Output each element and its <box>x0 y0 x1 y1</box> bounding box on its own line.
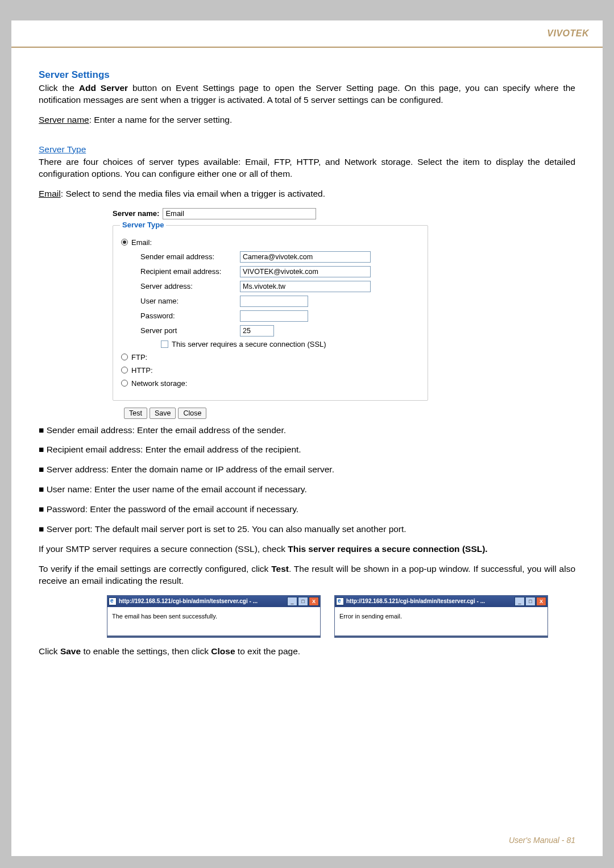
radio-ftp-row[interactable]: FTP: <box>121 353 420 362</box>
sender-input[interactable] <box>240 251 371 263</box>
save-note: Click Save to enable the settings, then … <box>39 646 575 658</box>
popup-success-title: http://192.168.5.121/cgi-bin/admin/tests… <box>119 598 285 604</box>
server-addr-label: Server address: <box>140 282 240 290</box>
radio-http-row[interactable]: HTTP: <box>121 366 420 375</box>
server-type-heading: Server Type <box>39 144 86 155</box>
minimize-icon[interactable]: _ <box>287 597 297 606</box>
radio-http[interactable] <box>121 367 128 373</box>
verify-note: To verify if the email settings are corr… <box>39 563 575 587</box>
bullet-server-addr: ■ Server address: Enter the domain name … <box>39 464 575 476</box>
document-page: VIVOTEK Server Settings Click the Add Se… <box>11 20 603 856</box>
bullet-password: ■ Password: Enter the password of the em… <box>39 504 575 516</box>
server-name-input[interactable] <box>163 208 316 219</box>
server-name-desc: : Enter a name for the server setting. <box>89 115 233 124</box>
ssl-note-bold: This server requires a secure connection… <box>288 544 487 554</box>
settings-screenshot: Server name: Server Type Email: Sender e… <box>113 208 428 419</box>
server-name-row: Server name: <box>113 208 428 219</box>
radio-ftp[interactable] <box>121 354 128 360</box>
bullet-port: ■ Server port: The default mail server p… <box>39 524 575 535</box>
bullet-list: ■ Sender email address: Enter the email … <box>39 425 575 536</box>
server-type-fieldset: Server Type Email: Sender email address:… <box>113 225 428 401</box>
recipient-label: Recipient email address: <box>140 267 240 276</box>
test-button[interactable]: Test <box>124 408 147 419</box>
radio-network-label: Network storage: <box>131 379 187 388</box>
port-input[interactable] <box>240 325 274 337</box>
ssl-note: If your SMTP server requires a secure co… <box>39 543 575 555</box>
username-row: User name: <box>140 296 420 307</box>
ie-icon <box>109 597 117 605</box>
bullet-recipient: ■ Recipient email address: Enter the ema… <box>39 444 575 456</box>
popup-error-title: http://192.168.5.121/cgi-bin/admin/tests… <box>346 598 512 604</box>
server-name-field-label: Server name: <box>113 209 159 218</box>
content-area: Server Settings Click the Add Server but… <box>11 48 603 688</box>
ssl-note-pre: If your SMTP server requires a secure co… <box>39 544 288 554</box>
bullet-username: ■ User name: Enter the user name of the … <box>39 484 575 496</box>
email-line: Email: Select to send the media files vi… <box>39 188 575 200</box>
radio-network[interactable] <box>121 380 128 387</box>
password-row: Password: <box>140 310 420 322</box>
ie-icon <box>336 597 344 605</box>
save-note-b1: Save <box>60 646 81 656</box>
verify-pre: To verify if the email settings are corr… <box>39 564 271 574</box>
bullet-sender: ■ Sender email address: Enter the email … <box>39 425 575 437</box>
password-input[interactable] <box>240 310 308 322</box>
close-button[interactable]: Close <box>178 408 206 419</box>
server-addr-row: Server address: <box>140 281 420 292</box>
save-note-pre: Click <box>39 646 60 656</box>
email-label: Email <box>39 189 61 198</box>
close-icon[interactable]: X <box>536 597 546 606</box>
password-label: Password: <box>140 312 240 320</box>
radio-email[interactable] <box>121 239 128 246</box>
username-input[interactable] <box>240 296 308 307</box>
sender-row: Sender email address: <box>140 251 420 263</box>
ssl-checkbox[interactable] <box>161 340 168 348</box>
radio-network-row[interactable]: Network storage: <box>121 379 420 388</box>
server-addr-input[interactable] <box>240 281 371 292</box>
popup-error-titlebar: http://192.168.5.121/cgi-bin/admin/tests… <box>335 596 547 607</box>
radio-email-row[interactable]: Email: <box>121 238 420 247</box>
email-form-grid: Sender email address: Recipient email ad… <box>140 251 420 348</box>
header-band: VIVOTEK <box>11 20 603 48</box>
server-name-label: Server name <box>39 115 89 124</box>
intro-text-1: Click the <box>39 83 79 93</box>
maximize-icon[interactable]: □ <box>298 597 308 606</box>
radio-http-label: HTTP: <box>131 366 153 375</box>
window-controls: _ □ X <box>515 597 546 606</box>
save-note-mid: to enable the settings, then click <box>81 646 211 656</box>
server-type-desc: There are four choices of server types a… <box>39 156 575 180</box>
popup-error-body: Error in sending email. <box>335 607 547 637</box>
brand-label: VIVOTEK <box>547 28 589 39</box>
save-button[interactable]: Save <box>150 408 176 419</box>
recipient-row: Recipient email address: <box>140 266 420 277</box>
popup-success: http://192.168.5.121/cgi-bin/admin/tests… <box>107 595 321 638</box>
radio-email-label: Email: <box>131 238 152 247</box>
ssl-label: This server requires a secure connection… <box>172 340 326 348</box>
section-heading: Server Settings <box>39 69 575 81</box>
email-desc: : Select to send the media files via ema… <box>61 189 325 198</box>
port-row: Server port <box>140 325 420 337</box>
maximize-icon[interactable]: □ <box>525 597 536 606</box>
sender-label: Sender email address: <box>140 252 240 261</box>
footer-page-num: 81 <box>566 836 575 845</box>
footer-label: User's Manual - <box>509 836 566 845</box>
window-controls: _ □ X <box>287 597 319 606</box>
popup-success-titlebar: http://192.168.5.121/cgi-bin/admin/tests… <box>107 596 320 607</box>
radio-ftp-label: FTP: <box>131 353 147 362</box>
recipient-input[interactable] <box>240 266 371 277</box>
intro-paragraph: Click the Add Server button on Event Set… <box>39 82 575 106</box>
add-server-bold: Add Server <box>79 83 128 93</box>
popup-row: http://192.168.5.121/cgi-bin/admin/tests… <box>107 595 575 638</box>
port-label: Server port <box>140 326 240 335</box>
page-footer: User's Manual - 81 <box>509 836 575 845</box>
minimize-icon[interactable]: _ <box>515 597 525 606</box>
save-note-b2: Close <box>211 646 235 656</box>
popup-error: http://192.168.5.121/cgi-bin/admin/tests… <box>334 595 548 638</box>
fieldset-legend: Server Type <box>120 221 166 229</box>
save-note-post: to exit the page. <box>235 646 301 656</box>
button-row: Test Save Close <box>124 408 428 419</box>
close-icon[interactable]: X <box>309 597 319 606</box>
verify-bold: Test <box>271 564 289 574</box>
server-name-line: Server name: Enter a name for the server… <box>39 114 575 126</box>
username-label: User name: <box>140 297 240 305</box>
ssl-row: This server requires a secure connection… <box>161 340 420 348</box>
